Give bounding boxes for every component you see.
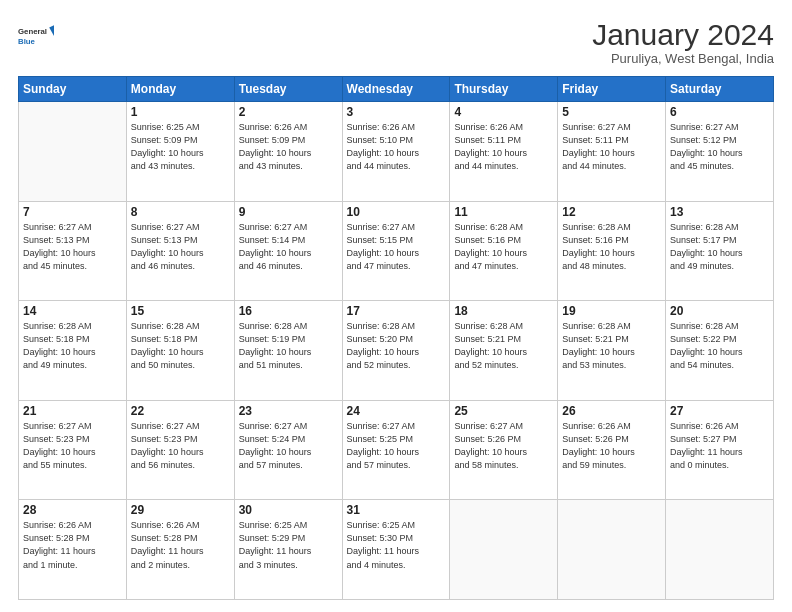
cell-info: Sunrise: 6:26 AMSunset: 5:10 PMDaylight:… xyxy=(347,121,446,173)
calendar-cell: 18Sunrise: 6:28 AMSunset: 5:21 PMDayligh… xyxy=(450,301,558,401)
day-number: 9 xyxy=(239,205,338,219)
calendar-cell: 23Sunrise: 6:27 AMSunset: 5:24 PMDayligh… xyxy=(234,400,342,500)
cell-info: Sunrise: 6:26 AMSunset: 5:11 PMDaylight:… xyxy=(454,121,553,173)
day-number: 14 xyxy=(23,304,122,318)
logo-svg: General Blue xyxy=(18,18,54,54)
day-number: 15 xyxy=(131,304,230,318)
cell-info: Sunrise: 6:27 AMSunset: 5:24 PMDaylight:… xyxy=(239,420,338,472)
cell-info: Sunrise: 6:27 AMSunset: 5:26 PMDaylight:… xyxy=(454,420,553,472)
day-number: 21 xyxy=(23,404,122,418)
calendar-cell: 22Sunrise: 6:27 AMSunset: 5:23 PMDayligh… xyxy=(126,400,234,500)
calendar-week-4: 21Sunrise: 6:27 AMSunset: 5:23 PMDayligh… xyxy=(19,400,774,500)
day-number: 24 xyxy=(347,404,446,418)
cell-info: Sunrise: 6:28 AMSunset: 5:21 PMDaylight:… xyxy=(562,320,661,372)
calendar-cell: 31Sunrise: 6:25 AMSunset: 5:30 PMDayligh… xyxy=(342,500,450,600)
calendar-cell: 3Sunrise: 6:26 AMSunset: 5:10 PMDaylight… xyxy=(342,102,450,202)
logo: General Blue xyxy=(18,18,54,54)
calendar-cell: 1Sunrise: 6:25 AMSunset: 5:09 PMDaylight… xyxy=(126,102,234,202)
cell-info: Sunrise: 6:27 AMSunset: 5:13 PMDaylight:… xyxy=(131,221,230,273)
day-number: 6 xyxy=(670,105,769,119)
calendar-cell: 15Sunrise: 6:28 AMSunset: 5:18 PMDayligh… xyxy=(126,301,234,401)
cell-info: Sunrise: 6:26 AMSunset: 5:09 PMDaylight:… xyxy=(239,121,338,173)
cell-info: Sunrise: 6:25 AMSunset: 5:09 PMDaylight:… xyxy=(131,121,230,173)
cell-info: Sunrise: 6:26 AMSunset: 5:26 PMDaylight:… xyxy=(562,420,661,472)
col-monday: Monday xyxy=(126,77,234,102)
cell-info: Sunrise: 6:26 AMSunset: 5:27 PMDaylight:… xyxy=(670,420,769,472)
calendar-cell: 17Sunrise: 6:28 AMSunset: 5:20 PMDayligh… xyxy=(342,301,450,401)
location-subtitle: Puruliya, West Bengal, India xyxy=(592,51,774,66)
day-number: 16 xyxy=(239,304,338,318)
title-block: January 2024 Puruliya, West Bengal, Indi… xyxy=(592,18,774,66)
day-number: 28 xyxy=(23,503,122,517)
day-number: 18 xyxy=(454,304,553,318)
cell-info: Sunrise: 6:25 AMSunset: 5:29 PMDaylight:… xyxy=(239,519,338,571)
calendar-cell: 2Sunrise: 6:26 AMSunset: 5:09 PMDaylight… xyxy=(234,102,342,202)
col-thursday: Thursday xyxy=(450,77,558,102)
day-number: 7 xyxy=(23,205,122,219)
day-number: 2 xyxy=(239,105,338,119)
day-number: 25 xyxy=(454,404,553,418)
cell-info: Sunrise: 6:27 AMSunset: 5:15 PMDaylight:… xyxy=(347,221,446,273)
day-number: 27 xyxy=(670,404,769,418)
calendar-cell: 12Sunrise: 6:28 AMSunset: 5:16 PMDayligh… xyxy=(558,201,666,301)
day-number: 20 xyxy=(670,304,769,318)
day-number: 26 xyxy=(562,404,661,418)
calendar-week-3: 14Sunrise: 6:28 AMSunset: 5:18 PMDayligh… xyxy=(19,301,774,401)
calendar-cell: 27Sunrise: 6:26 AMSunset: 5:27 PMDayligh… xyxy=(666,400,774,500)
cell-info: Sunrise: 6:27 AMSunset: 5:14 PMDaylight:… xyxy=(239,221,338,273)
calendar-cell: 11Sunrise: 6:28 AMSunset: 5:16 PMDayligh… xyxy=(450,201,558,301)
calendar-cell xyxy=(558,500,666,600)
month-year-title: January 2024 xyxy=(592,18,774,51)
cell-info: Sunrise: 6:27 AMSunset: 5:12 PMDaylight:… xyxy=(670,121,769,173)
calendar-cell: 14Sunrise: 6:28 AMSunset: 5:18 PMDayligh… xyxy=(19,301,127,401)
day-number: 10 xyxy=(347,205,446,219)
cell-info: Sunrise: 6:28 AMSunset: 5:18 PMDaylight:… xyxy=(23,320,122,372)
day-number: 23 xyxy=(239,404,338,418)
calendar-cell: 10Sunrise: 6:27 AMSunset: 5:15 PMDayligh… xyxy=(342,201,450,301)
calendar-cell: 7Sunrise: 6:27 AMSunset: 5:13 PMDaylight… xyxy=(19,201,127,301)
calendar-week-2: 7Sunrise: 6:27 AMSunset: 5:13 PMDaylight… xyxy=(19,201,774,301)
calendar-cell: 6Sunrise: 6:27 AMSunset: 5:12 PMDaylight… xyxy=(666,102,774,202)
calendar-week-1: 1Sunrise: 6:25 AMSunset: 5:09 PMDaylight… xyxy=(19,102,774,202)
day-number: 1 xyxy=(131,105,230,119)
calendar-cell: 19Sunrise: 6:28 AMSunset: 5:21 PMDayligh… xyxy=(558,301,666,401)
day-number: 12 xyxy=(562,205,661,219)
header: General Blue January 2024 Puruliya, West… xyxy=(18,18,774,66)
day-number: 4 xyxy=(454,105,553,119)
calendar-cell: 26Sunrise: 6:26 AMSunset: 5:26 PMDayligh… xyxy=(558,400,666,500)
calendar-cell xyxy=(19,102,127,202)
calendar-cell: 8Sunrise: 6:27 AMSunset: 5:13 PMDaylight… xyxy=(126,201,234,301)
cell-info: Sunrise: 6:27 AMSunset: 5:13 PMDaylight:… xyxy=(23,221,122,273)
day-number: 3 xyxy=(347,105,446,119)
cell-info: Sunrise: 6:28 AMSunset: 5:16 PMDaylight:… xyxy=(562,221,661,273)
svg-marker-2 xyxy=(49,25,54,36)
calendar-cell: 21Sunrise: 6:27 AMSunset: 5:23 PMDayligh… xyxy=(19,400,127,500)
day-number: 11 xyxy=(454,205,553,219)
col-friday: Friday xyxy=(558,77,666,102)
cell-info: Sunrise: 6:28 AMSunset: 5:18 PMDaylight:… xyxy=(131,320,230,372)
day-number: 30 xyxy=(239,503,338,517)
calendar-cell: 28Sunrise: 6:26 AMSunset: 5:28 PMDayligh… xyxy=(19,500,127,600)
day-number: 8 xyxy=(131,205,230,219)
cell-info: Sunrise: 6:28 AMSunset: 5:22 PMDaylight:… xyxy=(670,320,769,372)
calendar-cell xyxy=(450,500,558,600)
calendar-cell: 5Sunrise: 6:27 AMSunset: 5:11 PMDaylight… xyxy=(558,102,666,202)
cell-info: Sunrise: 6:28 AMSunset: 5:16 PMDaylight:… xyxy=(454,221,553,273)
day-number: 13 xyxy=(670,205,769,219)
day-number: 19 xyxy=(562,304,661,318)
calendar-cell: 29Sunrise: 6:26 AMSunset: 5:28 PMDayligh… xyxy=(126,500,234,600)
cell-info: Sunrise: 6:28 AMSunset: 5:21 PMDaylight:… xyxy=(454,320,553,372)
cell-info: Sunrise: 6:27 AMSunset: 5:11 PMDaylight:… xyxy=(562,121,661,173)
cell-info: Sunrise: 6:26 AMSunset: 5:28 PMDaylight:… xyxy=(23,519,122,571)
calendar-cell: 25Sunrise: 6:27 AMSunset: 5:26 PMDayligh… xyxy=(450,400,558,500)
day-number: 17 xyxy=(347,304,446,318)
svg-text:Blue: Blue xyxy=(18,37,36,46)
col-sunday: Sunday xyxy=(19,77,127,102)
calendar-table: Sunday Monday Tuesday Wednesday Thursday… xyxy=(18,76,774,600)
calendar-cell: 20Sunrise: 6:28 AMSunset: 5:22 PMDayligh… xyxy=(666,301,774,401)
cell-info: Sunrise: 6:28 AMSunset: 5:19 PMDaylight:… xyxy=(239,320,338,372)
cell-info: Sunrise: 6:27 AMSunset: 5:23 PMDaylight:… xyxy=(131,420,230,472)
day-number: 31 xyxy=(347,503,446,517)
calendar-cell: 4Sunrise: 6:26 AMSunset: 5:11 PMDaylight… xyxy=(450,102,558,202)
day-number: 29 xyxy=(131,503,230,517)
